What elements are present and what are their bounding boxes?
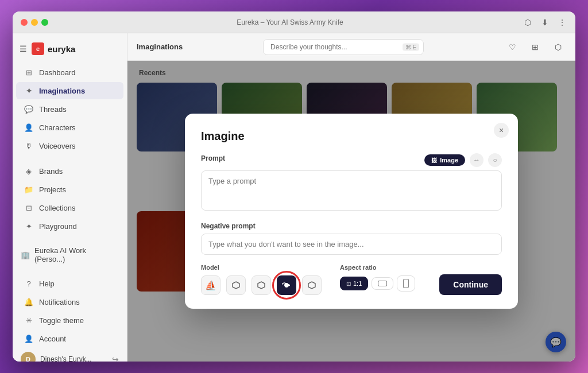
main-content: Imaginations ⌘ E ♡ ⊞ ⬡ Recents	[127, 33, 575, 362]
sidebar-item-label: Characters	[39, 123, 76, 132]
collections-icon: ⊡	[24, 203, 33, 212]
playground-icon: ✦	[24, 222, 33, 231]
sidebar-item-label: Collections	[39, 204, 76, 212]
logo-icon: e	[32, 42, 44, 55]
close-window-button[interactable]	[21, 19, 28, 26]
model-section: Model ⛵	[201, 264, 322, 295]
image-toggle-label: Image	[440, 157, 458, 164]
svg-rect-4	[404, 279, 409, 288]
modal-bottom-row: Model ⛵	[201, 264, 502, 295]
sidebar-item-voiceovers[interactable]: 🎙 Voiceovers	[16, 137, 123, 154]
minimize-window-button[interactable]	[31, 19, 38, 26]
settings-icon[interactable]: ⬡	[550, 39, 566, 55]
topbar-right: ♡ ⊞ ⬡	[504, 39, 566, 55]
svg-rect-3	[378, 281, 387, 286]
workspace-label: Eureka AI Work (Perso...)	[34, 246, 119, 263]
toggle-icon[interactable]: ○	[488, 153, 502, 167]
sidebar-item-label: Help	[39, 279, 55, 288]
sidebar-item-label: Threads	[39, 105, 67, 114]
search-input[interactable]	[263, 39, 424, 55]
notifications-icon: 🔔	[24, 297, 33, 306]
model-button-2[interactable]	[226, 275, 246, 295]
svg-marker-1	[258, 282, 265, 289]
topbar-search: ⌘ E	[189, 39, 497, 55]
sidebar-item-projects[interactable]: 📁 Projects	[16, 181, 123, 198]
sidebar-item-dashboard[interactable]: ⊞ Dashboard	[16, 64, 123, 81]
hamburger-icon[interactable]: ☰	[20, 44, 27, 53]
topbar-breadcrumb: Imaginations	[137, 42, 183, 51]
voiceovers-icon: 🎙	[24, 141, 33, 150]
threads-icon: 💬	[24, 104, 33, 114]
model-button-5[interactable]	[302, 275, 322, 295]
model-button-1[interactable]: ⛵	[201, 275, 220, 295]
app-layout: ☰ e euryka ⊞ Dashboard ✦ Imaginations 💬 …	[13, 33, 575, 362]
modal-close-button[interactable]: ×	[494, 123, 509, 138]
sidebar-item-notifications[interactable]: 🔔 Notifications	[16, 293, 123, 310]
aspect-1-1-label: 1:1	[353, 280, 362, 287]
aspect-portrait-button[interactable]	[397, 275, 415, 292]
heart-icon[interactable]: ♡	[504, 39, 520, 55]
model-button-3[interactable]	[252, 275, 271, 295]
sidebar-item-label: Account	[39, 335, 66, 343]
user-profile[interactable]: D Dinesh's Euryk... ↪	[13, 348, 127, 362]
sidebar-item-account[interactable]: 👤 Account	[16, 330, 123, 347]
modal-overlay: × Imagine Prompt 🖼 Image ↔ ○	[127, 61, 575, 362]
sidebar-item-imaginations[interactable]: ✦ Imaginations	[16, 82, 123, 99]
sidebar-item-brands[interactable]: ◈ Brands	[16, 162, 123, 180]
audio-icon[interactable]: ↔	[470, 153, 483, 167]
sidebar-item-collections[interactable]: ⊡ Collections	[16, 199, 123, 216]
aspect-1-1-button[interactable]: ⊡ 1:1	[340, 277, 368, 290]
sidebar-header: ☰ e euryka	[13, 38, 127, 63]
traffic-lights	[21, 19, 48, 26]
titlebar: Eureka – Your AI Swiss Army Knife ⬡ ⬇ ⋮	[13, 11, 575, 33]
help-icon: ?	[24, 279, 33, 288]
maximize-window-button[interactable]	[41, 19, 48, 26]
toggle-theme-icon: ✳	[24, 316, 33, 325]
user-name: Dinesh's Euryk...	[40, 355, 107, 362]
aspect-landscape-button[interactable]	[372, 277, 393, 290]
sidebar-item-label: Voiceovers	[39, 142, 76, 150]
aspect-buttons: ⊡ 1:1	[340, 275, 415, 292]
svg-marker-0	[233, 282, 239, 289]
portrait-icon	[403, 279, 409, 288]
sidebar-item-label: Imaginations	[39, 87, 85, 95]
characters-icon: 👤	[24, 123, 33, 132]
aspect-1-1-icon: ⊡	[346, 281, 351, 287]
workspace-item[interactable]: 🏢 Eureka AI Work (Perso...)	[13, 242, 127, 267]
sidebar-item-threads[interactable]: 💬 Threads	[16, 100, 123, 118]
sidebar-item-toggle-theme[interactable]: ✳ Toggle theme	[16, 312, 123, 329]
landscape-icon	[378, 281, 387, 286]
model-button-4-selected[interactable]	[277, 275, 296, 295]
image-toggle-icon: 🖼	[431, 157, 437, 164]
projects-icon: 📁	[24, 185, 33, 194]
prompt-label: Prompt	[201, 154, 225, 162]
sidebar: ☰ e euryka ⊞ Dashboard ✦ Imaginations 💬 …	[13, 33, 127, 362]
avatar: D	[21, 352, 36, 362]
prompt-textarea[interactable]	[201, 170, 502, 211]
sidebar-item-help[interactable]: ? Help	[16, 275, 123, 292]
content-area: Recents × Imagine	[127, 61, 575, 362]
sidebar-item-playground[interactable]: ✦ Playground	[16, 217, 123, 235]
download-icon[interactable]: ⬇	[540, 17, 550, 28]
neg-prompt-section: Negative prompt	[201, 222, 502, 255]
sidebar-item-label: Playground	[39, 222, 77, 231]
search-shortcut: ⌘ E	[403, 43, 419, 50]
window-title: Eureka – Your AI Swiss Army Knife	[57, 18, 523, 26]
prompt-header: Prompt 🖼 Image ↔ ○	[201, 153, 502, 167]
sidebar-item-label: Dashboard	[39, 68, 76, 77]
neg-prompt-input[interactable]	[201, 234, 502, 255]
more-icon[interactable]: ⋮	[557, 17, 567, 28]
logout-icon[interactable]: ↪	[112, 355, 119, 362]
model-icons: ⛵	[201, 275, 322, 295]
sidebar-item-characters[interactable]: 👤 Characters	[16, 119, 123, 136]
share-icon[interactable]: ⬡	[523, 17, 533, 28]
grid-icon[interactable]: ⊞	[527, 39, 543, 55]
svg-marker-2	[308, 282, 315, 289]
sidebar-item-label: Projects	[39, 185, 66, 194]
modal-title: Imagine	[201, 130, 502, 143]
image-toggle-button[interactable]: 🖼 Image	[424, 154, 465, 166]
topbar: Imaginations ⌘ E ♡ ⊞ ⬡	[127, 33, 575, 61]
continue-button[interactable]: Continue	[439, 274, 502, 295]
logo-text: euryka	[48, 44, 75, 54]
sidebar-item-label: Toggle theme	[39, 316, 84, 325]
